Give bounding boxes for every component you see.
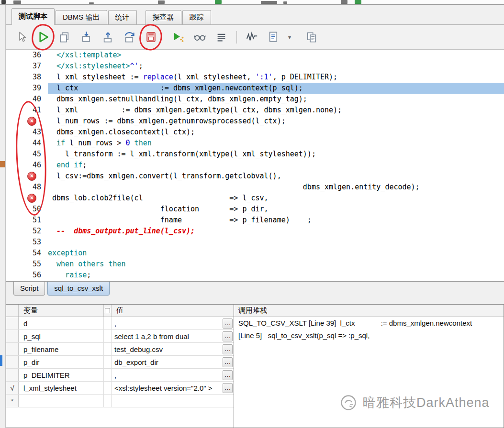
variable-name-cell[interactable] xyxy=(19,395,104,407)
line-gutter[interactable]: 39 xyxy=(6,83,48,94)
code-line[interactable]: × dbms_lob.clob2file(cl => l_csv, xyxy=(6,193,504,204)
code-line[interactable]: × l_csv:=dbms_xmlgen.convert(l_transform… xyxy=(6,171,504,182)
code-line[interactable]: 44 if l_num_rows > 0 then xyxy=(6,138,504,149)
step-out-button[interactable] xyxy=(99,28,117,46)
variable-name-cell[interactable]: p_filename xyxy=(19,343,104,355)
tab-trace[interactable]: 跟踪 xyxy=(182,10,211,24)
variable-value-cell[interactable]: select 1 a,2 b from dual… xyxy=(112,330,234,342)
variable-name-cell[interactable]: p_dir xyxy=(19,356,104,368)
variable-row[interactable]: p_DELIMITER,… xyxy=(6,369,234,382)
code-editor[interactable]: 36 </xsl:template>37 </xsl:stylesheet>^'… xyxy=(6,50,504,281)
variable-value-cell[interactable] xyxy=(112,395,234,407)
line-gutter[interactable]: 51 xyxy=(6,215,48,226)
line-gutter[interactable]: 36 xyxy=(6,50,48,61)
variables-header-check[interactable] xyxy=(104,305,112,317)
line-gutter[interactable]: 44 xyxy=(6,138,48,149)
code-line[interactable]: 50 flocation => p_dir, xyxy=(6,204,504,215)
line-gutter[interactable]: 54 xyxy=(6,248,48,259)
variables-header-name[interactable]: 变量 xyxy=(19,305,104,317)
callstack-frame[interactable]: SQL_TO_CSV_XSLT [Line 39] l_ctx := dbms_… xyxy=(234,317,504,329)
line-gutter[interactable]: 55 xyxy=(6,259,48,270)
variable-row[interactable]: p_dirdb_export_dir… xyxy=(6,356,234,369)
variable-row[interactable]: p_filenametest_debug.csv… xyxy=(6,343,234,356)
error-breakpoint-icon[interactable]: × xyxy=(27,117,36,126)
code-line[interactable]: 46 end if; xyxy=(6,160,504,171)
line-gutter[interactable]: 41 xyxy=(6,105,48,116)
line-gutter[interactable]: 48 xyxy=(6,182,48,193)
line-gutter[interactable]: 56 xyxy=(6,270,48,281)
script-view-button[interactable] xyxy=(264,28,282,46)
bottom-tab-script[interactable]: Script xyxy=(13,282,45,296)
step-into-button[interactable] xyxy=(77,28,95,46)
variable-check-cell[interactable] xyxy=(104,330,112,342)
code-line[interactable]: 36 </xsl:template> xyxy=(6,50,504,61)
ellipsis-button[interactable]: … xyxy=(223,331,233,341)
code-line[interactable]: × l_num_rows := dbms_xmlgen.getnumrowspr… xyxy=(6,116,504,127)
view-variable-button[interactable] xyxy=(190,28,209,46)
line-gutter[interactable]: × xyxy=(6,171,48,182)
step-over-button[interactable] xyxy=(120,28,138,46)
bottom-tab-sql-to-csv-xslt[interactable]: sql_to_csv_xslt xyxy=(47,282,110,296)
dbms-output-lines-button[interactable] xyxy=(212,28,230,46)
variable-row[interactable]: d,… xyxy=(6,317,234,330)
start-debugger-button[interactable] xyxy=(34,28,52,46)
code-line[interactable]: 43 dbms_xmlgen.closecontext(l_ctx); xyxy=(6,127,504,138)
break-button[interactable] xyxy=(56,28,74,46)
variable-check-cell[interactable] xyxy=(104,343,112,355)
line-gutter[interactable]: 43 xyxy=(6,127,48,138)
variable-name-cell[interactable]: l_xml_stylesheet xyxy=(19,382,104,394)
variable-row[interactable]: * xyxy=(6,395,234,407)
tab-test-script[interactable]: 测试脚本 xyxy=(11,8,55,25)
code-line[interactable]: 40 dbms_xmlgen.setnullhandling(l_ctx, db… xyxy=(6,94,504,105)
line-gutter[interactable]: × xyxy=(6,193,48,204)
line-gutter[interactable]: 46 xyxy=(6,160,48,171)
code-line[interactable]: 52 -- dbms_output.put_line(l_csv); xyxy=(6,226,504,237)
line-gutter[interactable]: × xyxy=(6,116,48,127)
code-line[interactable]: 38 l_xml_stylesheet := replace(l_xml_sty… xyxy=(6,72,504,83)
variable-row[interactable]: p_sqlselect 1 a,2 b from dual… xyxy=(6,330,234,343)
line-gutter[interactable]: 37 xyxy=(6,61,48,72)
line-gutter[interactable]: 53 xyxy=(6,237,48,248)
script-view-dropdown[interactable]: ▾ xyxy=(286,28,293,46)
line-gutter[interactable]: 40 xyxy=(6,94,48,105)
ellipsis-button[interactable]: … xyxy=(223,383,233,393)
variable-check-cell[interactable] xyxy=(104,369,112,381)
code-line[interactable]: 54exception xyxy=(6,248,504,259)
variable-check-cell[interactable] xyxy=(104,356,112,368)
variable-check-cell[interactable] xyxy=(104,317,112,329)
profiler-wave-button[interactable] xyxy=(243,28,261,46)
code-line[interactable]: 55 when others then xyxy=(6,259,504,270)
variable-value-cell[interactable]: test_debug.csv… xyxy=(112,343,234,355)
tab-statistics[interactable]: 统计 xyxy=(108,10,137,24)
error-breakpoint-icon[interactable]: × xyxy=(27,194,36,203)
line-gutter[interactable]: 52 xyxy=(6,226,48,237)
line-gutter[interactable]: 38 xyxy=(6,72,48,83)
code-line[interactable]: 48 dbms_xmlgen.entity_decode); xyxy=(6,182,504,193)
variable-value-cell[interactable]: ,… xyxy=(112,317,234,329)
code-line[interactable]: 37 </xsl:stylesheet>^'; xyxy=(6,61,504,72)
variable-value-cell[interactable]: db_export_dir… xyxy=(112,356,234,368)
code-line[interactable]: 53 xyxy=(6,237,504,248)
execute-button[interactable] xyxy=(12,28,31,46)
code-line[interactable]: 56 raise; xyxy=(6,270,504,281)
variables-header-value[interactable]: 值 xyxy=(112,305,234,317)
code-line[interactable]: 41 l_xml := dbms_xmlgen.getxmltype(l_ctx… xyxy=(6,105,504,116)
variable-value-cell[interactable]: ,… xyxy=(112,369,234,381)
code-line[interactable]: 51 fname => p_filename) ; xyxy=(6,215,504,226)
error-breakpoint-icon[interactable]: × xyxy=(27,172,36,181)
tab-profiler[interactable]: 探查器 xyxy=(146,10,181,24)
callstack-frame[interactable]: [Line 5] sql_to_csv_xslt(p_sql => :p_sql… xyxy=(234,329,504,342)
variable-value-cell[interactable]: <xsl:stylesheet version="2.0" >… xyxy=(112,382,234,394)
variable-name-cell[interactable]: p_sql xyxy=(19,330,104,342)
ellipsis-button[interactable]: … xyxy=(223,344,233,354)
stop-debugger-button[interactable] xyxy=(142,28,160,46)
variable-name-cell[interactable]: p_DELIMITER xyxy=(19,369,104,381)
variable-name-cell[interactable]: d xyxy=(19,317,104,329)
ellipsis-button[interactable]: … xyxy=(223,370,233,380)
tab-dbms-output[interactable]: DBMS 输出 xyxy=(56,10,107,24)
variable-row[interactable]: √l_xml_stylesheet<xsl:stylesheet version… xyxy=(6,382,234,395)
ellipsis-button[interactable]: … xyxy=(223,318,233,329)
line-gutter[interactable]: 50 xyxy=(6,204,48,215)
ellipsis-button[interactable]: … xyxy=(223,357,233,367)
code-line[interactable]: 39 l_ctx := dbms_xmlgen.newcontext(p_sql… xyxy=(6,83,504,94)
